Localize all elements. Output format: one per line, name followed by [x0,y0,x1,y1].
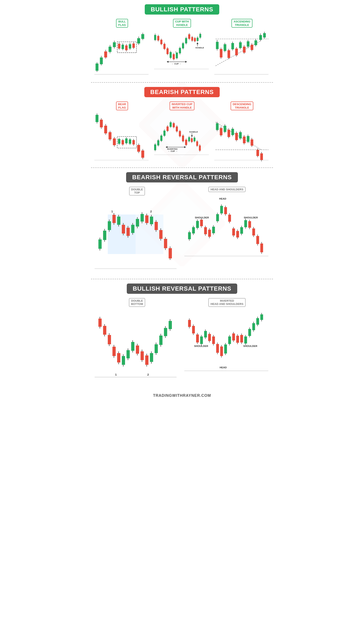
svg-rect-212 [193,138,195,141]
bear-flag-label: BEARFLAG [116,102,128,110]
svg-rect-387 [103,326,106,335]
bear-flag-col: BEARFLAG [93,102,151,163]
bearish-reversal-row: DOUBLETOP 1 2 [93,187,271,275]
svg-rect-296 [136,219,139,226]
svg-rect-314 [164,239,167,248]
svg-text:INVERTED: INVERTED [167,148,178,150]
bull-flag-col: BULLFLAG [93,19,151,78]
svg-rect-317 [169,248,172,259]
descending-triangle-col: DESCENDINGTRIANGLE [213,102,271,163]
svg-rect-366 [244,220,247,227]
svg-text:SHOULDER: SHOULDER [194,345,208,347]
svg-rect-351 [224,207,227,214]
svg-rect-96 [220,49,223,57]
bullish-patterns-section: BULLISH PATTERNS BULLFLAG [91,0,273,83]
svg-rect-247 [239,132,242,138]
svg-rect-108 [235,49,238,55]
double-top-col: DOUBLETOP 1 2 [93,187,181,275]
svg-rect-250 [243,137,246,143]
svg-rect-490 [260,314,263,320]
svg-rect-484 [252,323,255,330]
svg-rect-65 [182,43,184,48]
svg-rect-357 [232,228,235,236]
descending-triangle-label: DESCENDINGTRIANGLE [231,102,254,110]
svg-rect-111 [239,42,242,48]
bullish-reversal-section: BULLISH REVERSAL PATTERNS DOUBLEBOTTOM 1… [91,279,273,390]
svg-text:HEAD: HEAD [219,197,226,200]
double-bottom-label: DOUBLEBOTTOM [129,298,145,307]
svg-rect-38 [154,35,156,40]
svg-rect-478 [244,336,247,344]
svg-rect-372 [252,228,255,236]
svg-rect-363 [240,227,243,234]
cup-with-handle-col: CUP WITHHANDLE [153,19,211,73]
svg-rect-9 [108,47,112,52]
descending-triangle-chart [213,112,271,163]
svg-rect-426 [164,328,167,336]
svg-rect-345 [216,214,219,221]
bearish-patterns-row: BEARFLAG [93,102,271,163]
inv-head-shoulders-label: INVERTEDHEAD AND SHOULDERS [208,298,245,307]
svg-rect-399 [122,356,125,365]
svg-rect-466 [228,336,231,344]
svg-rect-160 [129,139,131,144]
svg-rect-151 [118,139,120,144]
svg-rect-218 [199,146,201,151]
svg-line-228 [215,122,261,150]
svg-rect-342 [212,227,215,233]
bearish-reversal-header: BEARISH REVERSAL PATTERNS [93,172,271,182]
svg-rect-129 [263,33,266,37]
svg-rect-235 [224,126,226,132]
svg-rect-179 [160,136,162,141]
svg-rect-16 [118,44,120,49]
svg-rect-311 [159,230,162,239]
svg-rect-360 [236,231,239,238]
svg-rect-144 [108,132,112,140]
head-and-shoulders-chart: HEAD SHOULDER SHOULDER [183,192,271,260]
svg-text:HANDLE: HANDLE [189,131,198,133]
svg-rect-463 [224,345,227,354]
svg-rect-481 [248,329,251,336]
svg-rect-290 [126,228,130,236]
svg-rect-34 [141,34,144,39]
svg-text:1: 1 [115,373,117,376]
svg-text:HANDLE: HANDLE [195,47,204,49]
svg-rect-369 [248,221,251,228]
svg-rect-56 [173,54,175,59]
svg-rect-393 [112,347,116,356]
svg-rect-348 [220,206,223,213]
svg-rect-6 [104,52,107,57]
footer-text: TRADINGWITHRAYNER.COM [153,393,211,398]
double-bottom-chart: 1 2 [93,307,181,386]
svg-text:1: 1 [111,210,113,213]
svg-rect-439 [192,326,195,333]
svg-rect-308 [155,222,158,230]
svg-marker-269 [136,215,163,254]
svg-rect-44 [160,40,162,44]
svg-rect-448 [204,331,207,337]
svg-rect-93 [216,42,219,49]
svg-rect-41 [157,36,159,40]
svg-rect-105 [231,43,234,49]
bullish-reversal-header: BULLISH REVERSAL PATTERNS [93,284,271,294]
bearish-patterns-section: BEARISH PATTERNS BEARFLAG [91,83,273,168]
svg-rect-126 [259,35,262,40]
svg-text:SHOULDER: SHOULDER [243,345,257,347]
svg-rect-114 [243,47,246,53]
svg-rect-302 [145,215,148,223]
svg-text:HEAD: HEAD [220,366,227,369]
svg-marker-268 [108,215,136,254]
svg-rect-62 [179,48,181,53]
bullish-reversal-row: DOUBLEBOTTOM 1 2 [93,298,271,386]
svg-rect-173 [154,145,156,150]
svg-rect-423 [159,336,162,345]
svg-rect-327 [192,227,195,233]
svg-rect-176 [157,140,159,146]
svg-rect-405 [131,342,135,351]
svg-rect-102 [228,50,230,58]
svg-rect-188 [170,122,172,127]
inv-cup-handle-col: INVERTED CUPWITH HANDLE [153,102,211,158]
svg-rect-53 [170,52,172,58]
svg-rect-241 [231,129,234,135]
svg-rect-305 [150,217,153,224]
